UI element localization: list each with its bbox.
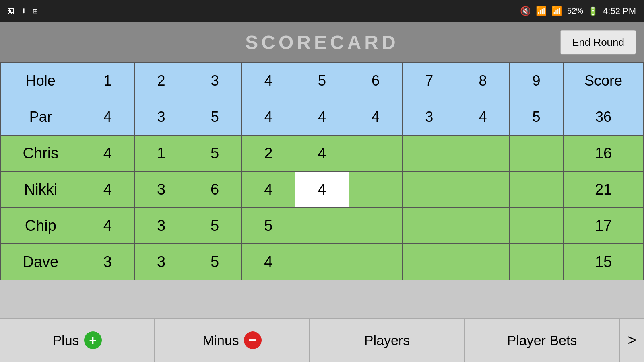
score-label: Score: [563, 63, 644, 99]
nikki-score-2[interactable]: 3: [134, 171, 188, 208]
player-name-chris: Chris: [0, 135, 81, 171]
players-label: Players: [364, 333, 410, 348]
minus-button[interactable]: Minus −: [155, 319, 310, 362]
dave-score-1[interactable]: 3: [81, 244, 134, 280]
chip-score-7[interactable]: [402, 208, 456, 244]
dave-score-5[interactable]: [295, 244, 349, 280]
par-total: 36: [563, 99, 644, 135]
par-8: 4: [456, 99, 510, 135]
par-6: 4: [349, 99, 402, 135]
scorecard-table: Hole 1 2 3 4 5 6 7 8 9 Score Par 4 3 5 4…: [0, 62, 644, 280]
par-row: Par 4 3 5 4 4 4 3 4 5 36: [0, 99, 644, 135]
player-name-nikki: Nikki: [0, 171, 81, 208]
player-name-chip: Chip: [0, 208, 81, 244]
status-icons: 🖼 ⬇ ⊞: [8, 7, 38, 15]
chip-score-5[interactable]: [295, 208, 349, 244]
chip-score-2[interactable]: 3: [134, 208, 188, 244]
par-2: 3: [134, 99, 188, 135]
nikki-total: 21: [563, 171, 644, 208]
par-1: 4: [81, 99, 134, 135]
chris-score-5[interactable]: 4: [295, 135, 349, 171]
par-3: 5: [188, 99, 242, 135]
par-9: 5: [510, 99, 563, 135]
status-right: 🔇 📶 📶 52% 🔋 4:52 PM: [520, 6, 636, 16]
hole-6: 6: [349, 63, 402, 99]
dave-score-9[interactable]: [510, 244, 563, 280]
arrow-label: >: [627, 332, 636, 349]
chip-score-4[interactable]: 5: [242, 208, 295, 244]
player-row-chris: Chris 4 1 5 2 4 16: [0, 135, 644, 171]
hole-7: 7: [402, 63, 456, 99]
par-label: Par: [0, 99, 81, 135]
dave-score-4[interactable]: 4: [242, 244, 295, 280]
chris-score-2[interactable]: 1: [134, 135, 188, 171]
chip-score-3[interactable]: 5: [188, 208, 242, 244]
plus-button[interactable]: Plus +: [0, 319, 155, 362]
scorecard-container: Hole 1 2 3 4 5 6 7 8 9 Score Par 4 3 5 4…: [0, 62, 644, 318]
plus-icon: +: [84, 331, 102, 349]
grid-icon: ⊞: [33, 7, 38, 15]
player-row-nikki: Nikki 4 3 6 4 4 21: [0, 171, 644, 208]
player-bets-button[interactable]: Player Bets: [465, 319, 620, 362]
plus-label: Plus: [52, 333, 79, 348]
chris-score-8[interactable]: [456, 135, 510, 171]
minus-icon: −: [244, 331, 262, 349]
hole-9: 9: [510, 63, 563, 99]
dave-score-7[interactable]: [402, 244, 456, 280]
player-row-chip: Chip 4 3 5 5 17: [0, 208, 644, 244]
hole-5: 5: [295, 63, 349, 99]
chris-score-4[interactable]: 2: [242, 135, 295, 171]
player-name-dave: Dave: [0, 244, 81, 280]
hole-1: 1: [81, 63, 134, 99]
hole-8: 8: [456, 63, 510, 99]
chris-score-7[interactable]: [402, 135, 456, 171]
par-4: 4: [242, 99, 295, 135]
players-button[interactable]: Players: [310, 319, 465, 362]
arrow-button[interactable]: >: [620, 319, 644, 362]
nikki-score-1[interactable]: 4: [81, 171, 134, 208]
nikki-score-8[interactable]: [456, 171, 510, 208]
chip-score-1[interactable]: 4: [81, 208, 134, 244]
chip-score-8[interactable]: [456, 208, 510, 244]
signal-icon: 📶: [551, 6, 562, 16]
battery-icon: 🔋: [588, 6, 598, 16]
nikki-score-6[interactable]: [349, 171, 402, 208]
nikki-score-3[interactable]: 6: [188, 171, 242, 208]
par-7: 3: [402, 99, 456, 135]
player-row-dave: Dave 3 3 5 4 15: [0, 244, 644, 280]
chris-score-3[interactable]: 5: [188, 135, 242, 171]
wifi-icon: 📶: [536, 6, 547, 16]
par-5: 4: [295, 99, 349, 135]
chip-score-9[interactable]: [510, 208, 563, 244]
minus-label: Minus: [202, 333, 239, 348]
header: SCORECARD End Round: [0, 22, 644, 62]
player-bets-label: Player Bets: [507, 333, 577, 348]
hole-label: Hole: [0, 63, 81, 99]
clock: 4:52 PM: [603, 6, 636, 16]
chris-score-9[interactable]: [510, 135, 563, 171]
end-round-button[interactable]: End Round: [560, 30, 636, 55]
nikki-score-4[interactable]: 4: [242, 171, 295, 208]
image-icon: 🖼: [8, 8, 14, 15]
dave-score-6[interactable]: [349, 244, 402, 280]
nikki-score-7[interactable]: [402, 171, 456, 208]
chris-score-1[interactable]: 4: [81, 135, 134, 171]
dave-score-8[interactable]: [456, 244, 510, 280]
nikki-score-5-active[interactable]: 4: [295, 171, 349, 208]
chris-score-6[interactable]: [349, 135, 402, 171]
dave-score-3[interactable]: 5: [188, 244, 242, 280]
dave-score-2[interactable]: 3: [134, 244, 188, 280]
nikki-score-9[interactable]: [510, 171, 563, 208]
chris-total: 16: [563, 135, 644, 171]
status-bar: 🖼 ⬇ ⊞ 🔇 📶 📶 52% 🔋 4:52 PM: [0, 0, 644, 22]
hole-4: 4: [242, 63, 295, 99]
toolbar: Plus + Minus − Players Player Bets >: [0, 318, 644, 362]
chip-total: 17: [563, 208, 644, 244]
hole-2: 2: [134, 63, 188, 99]
download-icon: ⬇: [21, 7, 26, 15]
hole-row: Hole 1 2 3 4 5 6 7 8 9 Score: [0, 63, 644, 99]
hole-3: 3: [188, 63, 242, 99]
mute-icon: 🔇: [520, 6, 531, 16]
scorecard-title: SCORECARD: [245, 31, 398, 53]
chip-score-6[interactable]: [349, 208, 402, 244]
